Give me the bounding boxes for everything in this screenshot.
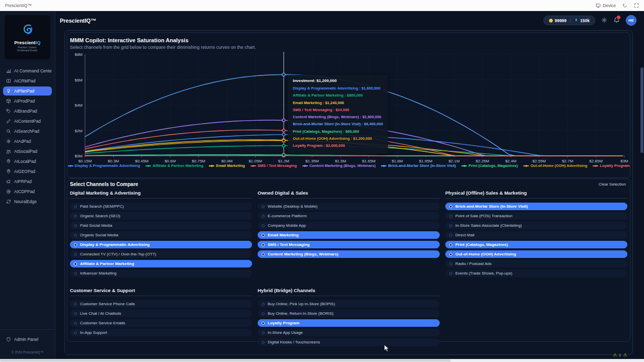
channel-label: Influencer Marketing: [80, 271, 116, 276]
channel-paid-search-sem-ppc[interactable]: Paid Search (SEM/PPC): [70, 203, 252, 210]
sidebar-item-label: AIProdPad: [14, 99, 35, 104]
dev-warning-badge[interactable]: ⚠ 1 ⚠: [613, 352, 627, 357]
legend-item-email-marketing[interactable]: Email Marketing: [209, 163, 245, 168]
channel-company-mobile-app[interactable]: Company Mobile App: [258, 222, 440, 229]
channel-e-commerce-platform[interactable]: E-commerce Platform: [258, 212, 440, 220]
legend-label: Content Marketing (Blogs, Webinars): [309, 163, 376, 168]
channel-email-marketing[interactable]: Email Marketing: [258, 231, 440, 239]
sidebar-item-aisocialpad[interactable]: AISocialPad: [3, 147, 52, 156]
sidebar-item-aiprpad[interactable]: AIPRPad: [3, 177, 52, 186]
channel-label: Buy Online, Pick Up In-Store (BOPIS): [268, 302, 335, 306]
channel-group-physical-offline-sales-marketing: Physical (Offline) Sales & MarketingBric…: [445, 190, 627, 279]
notifications-button[interactable]: [613, 16, 620, 25]
sidebar-item-aicontentpad[interactable]: AIContentPad: [3, 117, 52, 126]
fullscreen-button[interactable]: [634, 3, 639, 8]
book-icon: [6, 78, 11, 83]
sidebar-item-aicdppad[interactable]: AICDPPad: [3, 187, 52, 196]
channel-events-trade-shows-pop-ups[interactable]: Events (Trade Shows, Pop-ups): [445, 269, 627, 277]
vertical-scrollbar[interactable]: [640, 12, 643, 357]
channel-live-chat-ai-chatbots[interactable]: Live Chat / AI Chatbots: [70, 310, 252, 317]
sidebar-item-label: AIContentPad: [14, 119, 41, 124]
radio-selected-icon: [74, 262, 77, 265]
channel-display-programmatic-advertising[interactable]: Display & Programmatic Advertising: [70, 241, 252, 248]
radio-icon: [449, 224, 452, 227]
channel-in-app-support[interactable]: In-App Support: [70, 329, 252, 336]
channel-digital-kiosks-touchscreens[interactable]: Digital Kiosks / Touchscreens: [258, 338, 440, 346]
channel-paid-social-media[interactable]: Paid Social Media: [70, 222, 252, 229]
radio-selected-icon: [262, 253, 265, 256]
channel-label: Paid Search (SEM/PPC): [80, 204, 124, 209]
channel-buy-online-return-in-store-boris[interactable]: Buy Online, Return In-Store (BORIS): [258, 310, 440, 317]
horizontal-scrollbar[interactable]: [0, 359, 644, 362]
scrollbar-thumb[interactable]: [640, 67, 643, 153]
device-toggle[interactable]: Device: [596, 3, 616, 8]
channel-label: Buy Online, Return In-Store (BORIS): [268, 311, 334, 316]
sidebar-item-neuraledge[interactable]: NeuralEdge: [3, 197, 52, 206]
svg-text:$2.25M: $2.25M: [476, 159, 490, 162]
channel-brick-and-mortar-store-in-store-visit[interactable]: Brick-and-Mortar Store (In-Store Visit): [445, 203, 627, 210]
channel-direct-mail[interactable]: Direct Mail: [445, 231, 627, 239]
resources-pill[interactable]: 99999 150k: [543, 16, 595, 25]
channel-label: Customer Service Phone Calls: [80, 302, 135, 306]
settings-button[interactable]: [601, 16, 607, 25]
channel-group-customer-service-support: Customer Service & SupportCustomer Servi…: [70, 288, 252, 348]
channel-label: Organic Social Media: [80, 233, 118, 237]
channel-content-marketing-blogs-webinars[interactable]: Content Marketing (Blogs, Webinars): [258, 250, 440, 258]
legend-item-sms-text-messaging[interactable]: SMS / Text Messaging: [251, 163, 297, 168]
channel-point-of-sale-pos-transaction[interactable]: Point of Sale (POS) Transaction: [445, 212, 627, 220]
channel-out-of-home-ooh-advertising[interactable]: Out-of-Home (OOH) Advertising: [445, 250, 627, 258]
sidebar-nav: AI Command CenterAICRMPadAIPlanPadAIProd…: [0, 66, 55, 206]
clear-selection-button[interactable]: Clear Selection: [599, 182, 626, 187]
channel-print-catalogs-magazines[interactable]: Print (Catalogs, Magazines): [445, 241, 627, 248]
browser-bar: PrescientIQ™ Device: [0, 0, 644, 11]
channel-sms-text-messaging[interactable]: SMS / Text Messaging: [258, 241, 440, 248]
pin-icon: [6, 159, 11, 164]
expand-icon: [634, 3, 639, 8]
avatar[interactable]: HE: [626, 15, 636, 26]
channel-buy-online-pick-up-in-store-bopis[interactable]: Buy Online, Pick Up In-Store (BOPIS): [258, 300, 440, 308]
scrollbar-thumb[interactable]: [0, 359, 451, 361]
channel-in-store-sales-associate-clienteling[interactable]: In-Store Sales Associate (Clienteling): [445, 222, 627, 229]
channel-organic-social-media[interactable]: Organic Social Media: [70, 231, 252, 239]
refresh-button[interactable]: [622, 3, 627, 8]
channel-customer-service-emails[interactable]: Customer Service Emails: [70, 319, 252, 327]
legend-item-out-of-home-ooh-advertising[interactable]: Out-of-Home (OOH) Advertising: [523, 163, 587, 168]
sidebar-item-ai-command-center[interactable]: AI Command Center: [3, 66, 52, 75]
legend-item-loyalty-program[interactable]: Loyalty Program: [593, 163, 629, 168]
legend-item-display-programmatic-advertising[interactable]: Display & Programmatic Advertising: [68, 163, 140, 168]
sidebar-item-admin-panel[interactable]: Admin Panel: [3, 335, 52, 344]
chart-legend: Display & Programmatic AdvertisingAffili…: [70, 163, 627, 168]
svg-text:$2.55M: $2.55M: [532, 159, 546, 162]
screen: PrescientIQ™ Device PrescientIQ Precisio…: [0, 0, 644, 362]
channel-label: In-Store Sales Associate (Clienteling): [455, 223, 522, 228]
warning-icon: ⚠: [613, 352, 617, 357]
legend-item-print-catalogs-magazines[interactable]: Print (Catalogs, Magazines): [461, 163, 518, 168]
sidebar-item-aicrmpad[interactable]: AICRMPad: [3, 76, 52, 85]
channel-organic-search-seo[interactable]: Organic Search (SEO): [70, 212, 252, 220]
svg-text:$1.8M: $1.8M: [391, 159, 403, 162]
legend-item-brick-and-mortar-store-in-store-visit[interactable]: Brick-and-Mortar Store (In-Store Visit): [381, 163, 456, 168]
legend-item-content-marketing-blogs-webinars[interactable]: Content Marketing (Blogs, Webinars): [302, 163, 376, 168]
channel-influencer-marketing[interactable]: Influencer Marketing: [70, 269, 252, 277]
pin-icon: [6, 169, 11, 174]
channel-website-desktop-mobile[interactable]: Website (Desktop & Mobile): [258, 203, 440, 210]
sidebar-item-aibrandpad[interactable]: AIBrandPad: [3, 107, 52, 116]
sidebar-item-aisearchpad[interactable]: AISearchPad: [3, 127, 52, 136]
sidebar-item-aigeopad[interactable]: AIGEOPad: [3, 167, 52, 176]
channel-loyalty-program[interactable]: Loyalty Program: [258, 319, 440, 327]
channel-affiliate-partner-marketing[interactable]: Affiliate & Partner Marketing: [70, 260, 252, 267]
sidebar-item-aiprodpad[interactable]: AIProdPad: [3, 97, 52, 106]
channel-radio-podcast-ads[interactable]: Radio / Podcast Ads: [445, 260, 627, 267]
legend-item-affiliate-partner-marketing[interactable]: Affiliate & Partner Marketing: [145, 163, 203, 168]
channel-customer-service-phone-calls[interactable]: Customer Service Phone Calls: [70, 300, 252, 308]
channel-connected-tv-ctv-over-the-top-ott[interactable]: Connected TV (CTV) / Over-the-Top (OTT): [70, 250, 252, 258]
chart-tooltip: Investment: $1,200,000 Display & Program…: [288, 75, 388, 154]
legend-label: Affiliate & Partner Marketing: [152, 163, 203, 168]
sidebar-item-aiplanpad[interactable]: AIPlanPad: [3, 86, 52, 96]
channel-in-store-app-usage[interactable]: In-Store App Usage: [258, 329, 440, 336]
svg-text:$2.7M: $2.7M: [562, 159, 574, 162]
channel-label: Digital Kiosks / Touchscreens: [268, 340, 320, 344]
sidebar-item-ailocalpad[interactable]: AILocalPad: [3, 157, 52, 166]
sidebar-item-aiadpad[interactable]: AIAdPad: [3, 137, 52, 146]
tooltip-row: Loyalty Program : $2,000,000: [293, 142, 383, 149]
